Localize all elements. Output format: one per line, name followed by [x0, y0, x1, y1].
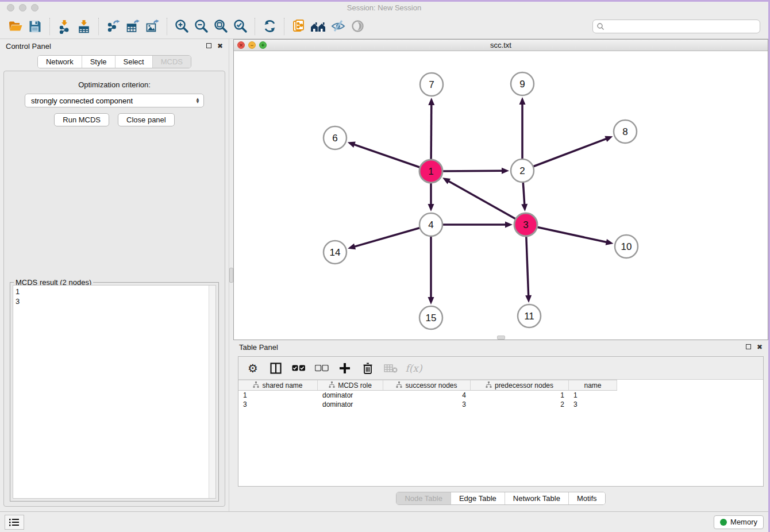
table-cell[interactable]: 3	[383, 400, 471, 408]
table-cell[interactable]: 3	[238, 400, 318, 408]
table-panel-title: Table Panel	[239, 343, 740, 352]
table-tabs: Node Table Edge Table Network Table Moti…	[233, 487, 768, 511]
column-header-label: MCDS role	[338, 381, 372, 390]
hide-panel-eye-slash-icon[interactable]	[328, 17, 348, 36]
splitter-grip[interactable]	[229, 268, 233, 283]
graph-edge-2-8[interactable]	[522, 138, 607, 171]
table-panel: Table Panel ✖ ⚙	[233, 340, 768, 511]
tab-mcds[interactable]: MCDS	[152, 56, 191, 68]
graph-edge-arrowhead	[348, 142, 356, 148]
refresh-layout-icon[interactable]	[260, 17, 279, 36]
mcds-panel: Optimization criterion: strongly connect…	[3, 71, 225, 507]
export-table-icon[interactable]	[123, 17, 143, 36]
tab-network-table[interactable]: Network Table	[505, 492, 568, 504]
column-header-label: predecessor nodes	[495, 381, 553, 390]
task-history-list-icon[interactable]	[5, 515, 24, 530]
column-tree-icon	[486, 381, 492, 390]
criterion-value: strongly connected component	[31, 97, 195, 105]
column-header-shared-name[interactable]: shared name	[238, 380, 318, 390]
column-tree-icon	[253, 381, 259, 390]
vertical-splitter[interactable]	[229, 39, 233, 511]
graph-edge-arrowhead	[606, 239, 614, 245]
network-canvas[interactable]: 7968124314101511	[234, 51, 768, 336]
tab-select[interactable]: Select	[115, 56, 152, 68]
graph-node-label: 9	[519, 79, 525, 90]
zoom-fit-icon[interactable]	[211, 17, 230, 36]
node-table: shared nameMCDS rolesuccessor nodesprede…	[238, 380, 617, 409]
column-header-predecessor-nodes[interactable]: predecessor nodes	[471, 380, 569, 390]
graph-edge-3-10[interactable]	[526, 225, 607, 242]
app-window: Session: New Session	[0, 0, 770, 532]
graph-node-label: 4	[428, 219, 433, 230]
network-title: scc.txt	[234, 41, 768, 49]
graph-node-label: 6	[332, 133, 337, 144]
zoom-out-icon[interactable]	[191, 17, 211, 36]
control-panel-title: Control Panel	[6, 42, 201, 51]
tab-node-table[interactable]: Node Table	[396, 492, 451, 504]
table-cell[interactable]: dominator	[318, 400, 383, 408]
toolbar-separator	[284, 18, 284, 35]
create-column-plus-icon[interactable]	[337, 361, 352, 376]
search-input[interactable]	[607, 22, 756, 30]
graph-edge-3-1[interactable]	[448, 181, 526, 225]
show-all-networks-icon[interactable]	[309, 17, 328, 36]
close-panel-button[interactable]: Close panel	[118, 113, 175, 126]
toolbar-separator	[49, 18, 50, 35]
delete-column-trash-icon[interactable]	[360, 361, 375, 376]
table-cell[interactable]: 3	[569, 400, 617, 408]
select-all-columns-icon[interactable]	[291, 361, 306, 376]
table-cell[interactable]: 1	[471, 391, 569, 399]
criterion-dropdown[interactable]: strongly connected component ▲▼	[25, 94, 204, 107]
import-table-icon[interactable]	[74, 17, 94, 36]
table-cell[interactable]: 2	[471, 400, 569, 408]
close-panel-icon[interactable]: ✖	[757, 344, 763, 350]
table-row[interactable]: 1dominator411	[238, 391, 617, 400]
horizontal-splitter[interactable]	[234, 336, 768, 340]
table-cell[interactable]: 4	[383, 391, 471, 399]
float-panel-icon[interactable]	[746, 344, 751, 350]
tab-style[interactable]: Style	[82, 56, 115, 68]
mcds-result-text: 1 3	[13, 286, 209, 498]
show-columns-icon[interactable]	[268, 361, 283, 376]
mcds-result-scrollbar[interactable]	[209, 286, 215, 498]
open-session-icon[interactable]	[6, 17, 25, 36]
graph-edge-arrowhead	[428, 98, 434, 105]
titlebar: Session: New Session	[0, 2, 768, 14]
zoom-selected-icon[interactable]	[230, 17, 250, 36]
clone-network-icon[interactable]	[289, 17, 309, 36]
export-image-icon[interactable]	[143, 17, 162, 36]
unselect-all-columns-icon[interactable]	[314, 361, 329, 376]
graph-node-label: 1	[428, 166, 433, 177]
graph-edge-arrowhead	[519, 97, 526, 105]
column-tree-icon	[396, 381, 402, 390]
export-network-icon[interactable]	[103, 17, 123, 36]
window-title: Session: New Session	[0, 3, 768, 12]
import-network-icon[interactable]	[55, 17, 74, 36]
zoom-in-icon[interactable]	[172, 17, 191, 36]
tab-edge-table[interactable]: Edge Table	[451, 492, 505, 504]
tab-motifs[interactable]: Motifs	[568, 492, 605, 504]
table-row[interactable]: 3dominator323	[238, 400, 617, 409]
column-header-name[interactable]: name	[569, 380, 617, 390]
network-graph[interactable]: 7968124314101511	[234, 51, 767, 336]
column-header-label: successor nodes	[405, 381, 457, 390]
global-search-field[interactable]	[592, 20, 760, 33]
run-mcds-button[interactable]: Run MCDS	[54, 113, 109, 126]
column-header-MCDS-role[interactable]: MCDS role	[318, 380, 383, 390]
close-panel-icon[interactable]: ✖	[217, 43, 223, 49]
table-cell[interactable]: 1	[238, 391, 318, 399]
table-settings-gear-icon[interactable]: ⚙	[245, 361, 260, 376]
column-header-label: shared name	[262, 381, 302, 390]
memory-label: Memory	[730, 518, 757, 526]
table-cell[interactable]: dominator	[318, 391, 383, 399]
chevron-up-down-icon: ▲▼	[195, 98, 201, 103]
float-panel-icon[interactable]	[206, 43, 211, 49]
memory-button[interactable]: Memory	[714, 515, 764, 529]
graph-node-label: 11	[524, 311, 534, 322]
column-header-successor-nodes[interactable]: successor nodes	[383, 380, 471, 390]
splitter-grip[interactable]	[497, 336, 505, 340]
toolbar-separator	[98, 18, 99, 35]
tab-network[interactable]: Network	[38, 56, 82, 68]
save-session-icon[interactable]	[25, 17, 45, 36]
table-cell[interactable]: 1	[569, 391, 617, 399]
